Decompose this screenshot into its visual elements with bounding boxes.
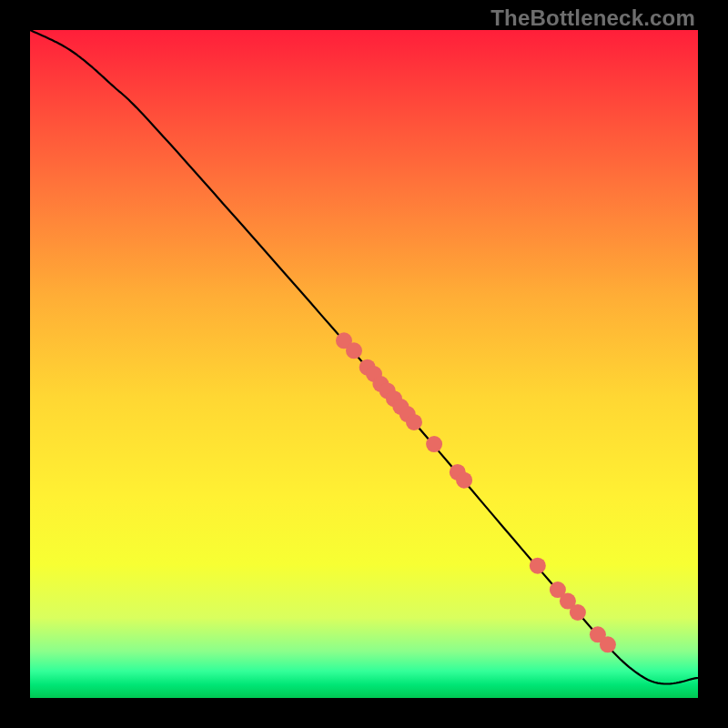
marker-dot [600, 636, 616, 652]
marker-dot [406, 414, 422, 430]
chart-frame: TheBottleneck.com [0, 0, 728, 728]
curve-line [30, 30, 698, 684]
marker-dot [456, 472, 472, 489]
marker-dot [346, 342, 362, 359]
marker-dot [426, 436, 442, 452]
watermark-text: TheBottleneck.com [490, 5, 695, 31]
marker-group [336, 332, 616, 652]
chart-svg [30, 30, 698, 698]
marker-dot [530, 558, 546, 574]
marker-dot [570, 604, 586, 621]
